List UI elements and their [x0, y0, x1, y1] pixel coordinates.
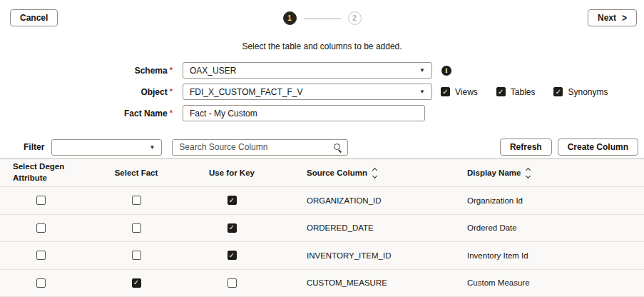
page-subtitle: Select the table and columns to be added…	[0, 41, 644, 51]
search-input[interactable]	[172, 139, 348, 156]
schema-dropdown-value: OAX_USER	[190, 66, 415, 76]
object-label-text: Object	[140, 87, 167, 97]
create-column-button[interactable]: Create Column	[558, 139, 638, 156]
fact-name-row: Fact Name*	[0, 105, 425, 121]
table-row: ✓ ORGANIZATION_ID Organization Id	[0, 187, 644, 215]
source-column-cell: CUSTOM_MEASURE	[307, 278, 387, 287]
source-column-cell: INVENTORY_ITEM_ID	[307, 251, 391, 260]
display-name-cell: Custom Measure	[467, 278, 530, 287]
search-icon	[333, 143, 342, 152]
filter-label: Filter	[24, 142, 44, 152]
info-icon[interactable]: i	[441, 66, 451, 76]
columns-table: Select Degen Attribute Select Fact Use f…	[0, 158, 644, 297]
use-for-key-checkbox[interactable]: ✓	[228, 251, 237, 260]
wizard-page: Cancel 1 2 Next > Select the table and c…	[0, 0, 644, 297]
next-button-label: Next	[598, 13, 616, 23]
use-for-key-checkbox[interactable]	[228, 278, 237, 288]
table-row: ✓ CUSTOM_MEASURE Custom Measure	[0, 270, 644, 297]
object-dropdown-value: FDI_X_CUSTOM_FACT_F_V	[190, 87, 415, 97]
source-column-cell: ORDERED_DATE	[307, 223, 374, 232]
chevron-down-icon: ▼	[149, 144, 155, 151]
header-source-column[interactable]: Source Column	[285, 168, 449, 178]
views-checkbox-label: Views	[455, 87, 478, 97]
header-select-degen-label: Select Degen Attribute	[13, 161, 76, 183]
select-degen-checkbox[interactable]	[36, 278, 46, 288]
sort-icon[interactable]	[373, 168, 377, 178]
schema-label-text: Schema	[135, 66, 168, 76]
select-fact-checkbox[interactable]	[132, 251, 141, 260]
step-connector-line	[304, 18, 341, 19]
table-row: ✓ ORDERED_DATE Ordered Date	[0, 215, 644, 243]
chevron-right-icon: >	[622, 12, 627, 24]
object-row: Object* FDI_X_CUSTOM_FACT_F_V ▼ ✓ Views …	[0, 84, 608, 100]
next-button[interactable]: Next >	[588, 9, 637, 26]
schema-label: Schema*	[0, 66, 183, 76]
select-degen-checkbox[interactable]	[36, 251, 46, 260]
display-name-cell: Inventory Item Id	[467, 251, 528, 260]
source-column-cell: ORGANIZATION_ID	[307, 196, 382, 205]
tables-checkbox-label: Tables	[511, 87, 536, 97]
display-name-cell: Organization Id	[467, 196, 523, 205]
select-fact-checkbox[interactable]	[132, 196, 141, 205]
schema-row: Schema* OAX_USER ▼ i	[0, 62, 451, 79]
table-row: ✓ INVENTORY_ITEM_ID Inventory Item Id	[0, 242, 644, 270]
chevron-down-icon: ▼	[419, 89, 425, 95]
sort-icon[interactable]	[526, 168, 530, 178]
step-1-circle[interactable]: 1	[283, 11, 297, 25]
filter-dropdown[interactable]: ▼	[51, 139, 162, 156]
tables-checkbox[interactable]: ✓	[496, 87, 506, 96]
synonyms-checkbox-label: Synonyms	[568, 87, 608, 97]
object-dropdown[interactable]: FDI_X_CUSTOM_FACT_F_V ▼	[183, 84, 432, 100]
select-fact-checkbox[interactable]: ✓	[132, 278, 141, 288]
header-select-fact-label: Select Fact	[115, 168, 158, 177]
header-use-for-key-label: Use for Key	[209, 168, 255, 177]
select-degen-checkbox[interactable]	[36, 223, 46, 233]
table-header-row: Select Degen Attribute Select Fact Use f…	[0, 158, 644, 187]
schema-dropdown[interactable]: OAX_USER ▼	[183, 62, 432, 79]
search-box	[172, 139, 348, 156]
header-display-name[interactable]: Display Name	[449, 168, 644, 178]
synonyms-filter: ✓ Synonyms	[553, 87, 608, 97]
header-select-degen[interactable]: Select Degen Attribute	[0, 161, 94, 183]
select-degen-checkbox[interactable]	[36, 196, 46, 205]
step-indicator: 1 2	[0, 11, 644, 25]
header-use-for-key[interactable]: Use for Key	[178, 168, 285, 177]
required-asterisk: *	[170, 66, 173, 74]
use-for-key-checkbox[interactable]: ✓	[228, 223, 237, 233]
table-toolbar: Filter ▼ Refresh Create Column	[0, 139, 644, 156]
refresh-button[interactable]: Refresh	[500, 139, 552, 156]
header-source-column-label: Source Column	[307, 168, 367, 177]
fact-name-label-text: Fact Name	[124, 109, 168, 119]
fact-name-label: Fact Name*	[0, 109, 183, 119]
use-for-key-checkbox[interactable]: ✓	[228, 196, 237, 205]
display-name-cell: Ordered Date	[467, 223, 517, 232]
views-checkbox[interactable]: ✓	[441, 87, 450, 96]
views-filter: ✓ Views	[441, 87, 478, 97]
synonyms-checkbox[interactable]: ✓	[553, 87, 563, 96]
required-asterisk: *	[170, 87, 173, 96]
required-asterisk: *	[170, 109, 173, 117]
fact-name-input[interactable]	[183, 105, 425, 121]
header-display-name-label: Display Name	[467, 168, 521, 177]
tables-filter: ✓ Tables	[496, 87, 536, 97]
object-type-filters: ✓ Views ✓ Tables ✓ Synonyms	[441, 87, 608, 97]
chevron-down-icon: ▼	[419, 67, 425, 74]
select-fact-checkbox[interactable]	[132, 223, 141, 233]
step-2-circle[interactable]: 2	[348, 11, 362, 25]
object-label: Object*	[0, 87, 183, 97]
header-select-fact[interactable]: Select Fact	[94, 168, 178, 177]
